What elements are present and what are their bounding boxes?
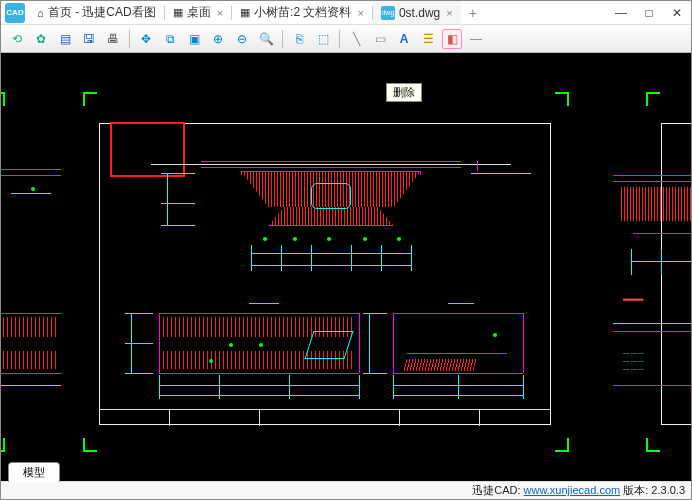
cross-section-figure — [201, 153, 461, 273]
zoom-in-button[interactable]: ⊕ — [208, 29, 228, 49]
line-button[interactable]: ╲ — [346, 29, 366, 49]
layers-icon: ☰ — [423, 32, 434, 46]
save-icon: 🖫 — [83, 32, 95, 46]
open-button[interactable]: ▤ — [55, 29, 75, 49]
zoom-icon: 🔍 — [259, 32, 274, 46]
crop-mark — [83, 438, 97, 452]
cube-icon: ⬚ — [318, 32, 329, 46]
home-icon: ⌂ — [37, 7, 44, 19]
dwg-file-icon: dwg — [381, 6, 395, 20]
close-icon[interactable]: × — [357, 7, 363, 19]
copy-icon: ⎘ — [296, 32, 303, 46]
refresh-button[interactable]: ⟲ — [7, 29, 27, 49]
add-tab-button[interactable]: + — [461, 5, 485, 21]
box3d-button[interactable]: ⬚ — [313, 29, 333, 49]
close-icon[interactable]: × — [446, 7, 452, 19]
model-tab[interactable]: 模型 — [8, 462, 60, 482]
tab-file-active[interactable]: dwg 0st.dwg × — [373, 1, 461, 24]
pan-button[interactable]: ✥ — [136, 29, 156, 49]
status-version: 2.3.0.3 — [651, 484, 685, 496]
zoom-window-button[interactable]: ⧉ — [160, 29, 180, 49]
tree-icon: ✿ — [36, 32, 46, 46]
title-block — [99, 409, 551, 425]
app-icon: CAD — [5, 3, 25, 23]
crop-mark — [555, 438, 569, 452]
line-icon: ╲ — [353, 32, 360, 46]
maximize-button[interactable]: □ — [635, 2, 663, 24]
status-link[interactable]: www.xunjiecad.com — [524, 484, 621, 496]
copy-button[interactable]: ⎘ — [289, 29, 309, 49]
rect-icon: ▭ — [375, 32, 386, 46]
crop-mark — [646, 438, 660, 452]
grid-icon: ▦ — [173, 6, 183, 19]
close-button[interactable]: ✕ — [663, 2, 691, 24]
erase-icon: ◧ — [447, 32, 458, 46]
save-button[interactable]: 🖫 — [79, 29, 99, 49]
close-icon[interactable]: × — [217, 7, 223, 19]
statusbar: 迅捷CAD: www.xunjiecad.com 版本: 2.3.0.3 — [1, 481, 691, 499]
rect-button[interactable]: ▭ — [370, 29, 390, 49]
zoom-out-button[interactable]: ⊖ — [232, 29, 252, 49]
text-button[interactable]: A — [394, 29, 414, 49]
toolbar-separator — [129, 30, 130, 48]
minimize-button[interactable]: — — [607, 2, 635, 24]
status-prefix: 迅捷CAD: — [472, 484, 523, 496]
tab-doc[interactable]: ▦ 小树苗:2 文档资料 × — [232, 1, 372, 24]
pan-icon: ✥ — [141, 32, 151, 46]
print-icon: 🖶 — [107, 32, 119, 46]
tab-label: 0st.dwg — [399, 6, 440, 20]
app-title: 首页 - 迅捷CAD看图 — [48, 4, 156, 21]
refresh-icon: ⟲ — [12, 32, 22, 46]
adjacent-figure-right: — — —— — —— — — ▂▂▂▂ — [613, 153, 691, 413]
crop-mark — [1, 438, 5, 452]
zoom-extents-icon: ▣ — [189, 32, 200, 46]
measure-button[interactable]: — — [466, 29, 486, 49]
tab-home[interactable]: ⌂ 首页 - 迅捷CAD看图 — [29, 1, 164, 24]
grid-icon: ▦ — [240, 6, 250, 19]
tab-label: 小树苗:2 文档资料 — [254, 4, 351, 21]
crop-mark — [555, 92, 569, 106]
tooltip: 删除 — [386, 83, 422, 102]
adjacent-figure-left-top — [1, 163, 61, 233]
measure-icon: — — [470, 32, 482, 46]
status-version-label: 版本: — [620, 484, 651, 496]
window-controls: — □ ✕ — [607, 2, 691, 24]
toolbar-separator — [339, 30, 340, 48]
zoom-window-icon: ⧉ — [166, 32, 175, 46]
layers-button[interactable]: ☰ — [418, 29, 438, 49]
tree-button[interactable]: ✿ — [31, 29, 51, 49]
detail-figure-right — [393, 303, 523, 413]
titlebar: CAD ⌂ 首页 - 迅捷CAD看图 ▦ 桌面 × ▦ 小树苗:2 文档资料 ×… — [1, 1, 691, 25]
cad-canvas[interactable]: 删除 — [1, 53, 691, 481]
toolbar: ⟲ ✿ ▤ 🖫 🖶 ✥ ⧉ ▣ ⊕ ⊖ 🔍 ⎘ ⬚ ╲ ▭ A ☰ ◧ — — [1, 25, 691, 53]
zoom-in-icon: ⊕ — [213, 32, 223, 46]
crop-mark — [1, 92, 5, 106]
tab-desktop[interactable]: ▦ 桌面 × — [165, 1, 231, 24]
adjacent-figure-left — [1, 303, 61, 413]
crop-mark — [83, 92, 97, 106]
erase-button[interactable]: ◧ — [442, 29, 462, 49]
detail-figure-left — [159, 303, 359, 413]
print-button[interactable]: 🖶 — [103, 29, 123, 49]
status-text: 迅捷CAD: www.xunjiecad.com 版本: 2.3.0.3 — [472, 483, 685, 498]
zoom-out-icon: ⊖ — [237, 32, 247, 46]
open-icon: ▤ — [60, 32, 71, 46]
tab-label: 桌面 — [187, 4, 211, 21]
zoom-extents-button[interactable]: ▣ — [184, 29, 204, 49]
crop-mark — [646, 92, 660, 106]
text-icon: A — [400, 32, 409, 46]
toolbar-separator — [282, 30, 283, 48]
selection-box — [110, 122, 185, 177]
zoom-realtime-button[interactable]: 🔍 — [256, 29, 276, 49]
